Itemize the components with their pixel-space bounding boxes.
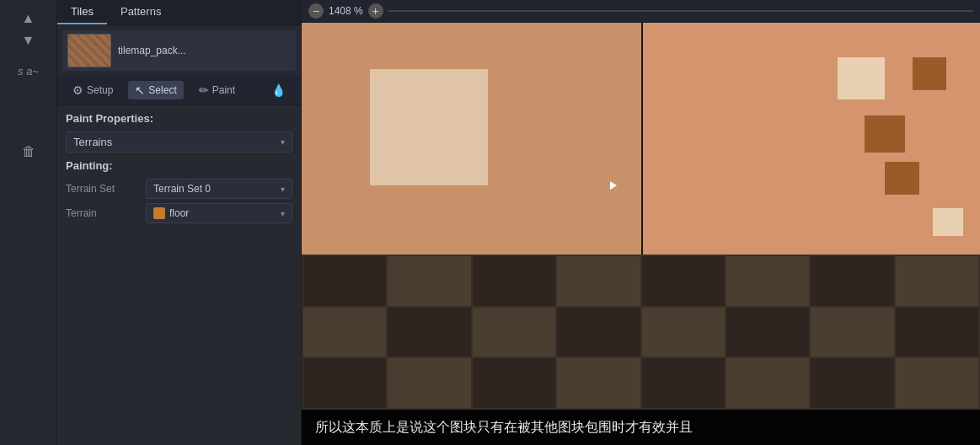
properties-panel: Paint Properties: Terrains ▾ Painting: T…	[57, 105, 301, 445]
tab-patterns[interactable]: Patterns	[107, 0, 174, 24]
arrow-down-icon[interactable]: ▼	[16, 30, 41, 51]
tile-section-right	[641, 23, 981, 255]
bottom-cell	[811, 256, 893, 306]
bottom-cell	[642, 308, 725, 357]
terrain-value-inner: floor	[153, 207, 189, 219]
canvas-viewport[interactable]	[302, 23, 980, 410]
bottom-cell	[557, 308, 640, 357]
bottom-cell	[473, 308, 555, 357]
terrains-label: Terrains	[73, 136, 112, 148]
bottom-cell	[303, 256, 386, 306]
trash-icon[interactable]: 🗑	[16, 142, 41, 162]
tileset-item[interactable]: tilemap_pack...	[62, 30, 296, 71]
bottom-grid	[302, 255, 980, 410]
cursor-icon: ↖	[135, 83, 145, 97]
setup-icon: ⚙	[72, 83, 83, 97]
tile-small-sq1	[838, 57, 885, 99]
setup-button[interactable]: ⚙ Setup	[66, 81, 120, 99]
paint-button[interactable]: ✏ Paint	[192, 81, 242, 99]
bottom-cell	[557, 256, 640, 306]
bottom-cell	[896, 256, 978, 306]
terrain-color-swatch	[153, 207, 165, 219]
paint-label: Paint	[212, 84, 235, 96]
painting-grid: Terrain Set Terrain Set 0 ▾ Terrain floo…	[66, 179, 292, 223]
terrains-dropdown-row: Terrains ▾	[66, 131, 292, 153]
bottom-cell	[642, 256, 725, 306]
painting-title: Painting:	[66, 159, 292, 172]
painting-section: Painting: Terrain Set Terrain Set 0 ▾ Te…	[66, 159, 292, 223]
tile-section-left	[302, 23, 641, 255]
left-sidebar: ▲ ▼ s a~ 🗑	[0, 0, 57, 445]
zoom-value: 1408 %	[329, 5, 363, 17]
bottom-cell	[896, 358, 978, 408]
bottom-cell	[726, 256, 809, 306]
zoom-bar: − 1408 % +	[302, 0, 980, 23]
select-label: Select	[148, 84, 176, 96]
subtitle-text: 所以这本质上是说这个图块只有在被其他图块包围时才有效并且	[315, 419, 693, 437]
tile-small-sq5	[933, 208, 963, 236]
tab-tiles[interactable]: Tiles	[57, 0, 107, 24]
bottom-cell	[388, 256, 470, 306]
bottom-cell	[303, 358, 386, 408]
arrow-up-icon[interactable]: ▲	[16, 8, 41, 29]
paint-icon: ✏	[199, 83, 209, 97]
tile-bottom-area	[302, 255, 980, 410]
bottom-cell	[557, 358, 640, 408]
tilemap-divider	[641, 23, 643, 255]
select-button[interactable]: ↖ Select	[128, 81, 183, 99]
setup-label: Setup	[87, 84, 113, 96]
bottom-cell	[896, 308, 978, 357]
dropper-icon: 💧	[271, 83, 286, 97]
tabs-row: Tiles Patterns	[57, 0, 301, 25]
main-area: ▲ ▼ s a~ 🗑 Tiles Patterns tilemap_pack..…	[0, 0, 980, 445]
bottom-cell	[473, 358, 555, 408]
tile-small-sq4	[885, 162, 918, 195]
terrain-arrow-icon: ▾	[281, 209, 285, 218]
sidebar-arrows: ▲ ▼	[16, 8, 41, 51]
tile-small-sq2	[913, 57, 946, 90]
tileset-panel: Tiles Patterns tilemap_pack... ⚙ Setup ↖…	[57, 0, 302, 445]
terrain-set-value: Terrain Set 0	[153, 183, 211, 195]
terrain-label: Terrain	[66, 207, 142, 219]
zoom-track	[388, 10, 973, 12]
bottom-cell	[811, 308, 893, 357]
canvas-area: − 1408 % +	[302, 0, 980, 445]
bottom-cell	[303, 308, 386, 357]
paint-tools-bar: ⚙ Setup ↖ Select ✏ Paint 💧	[57, 76, 301, 105]
canvas-content	[302, 23, 980, 410]
paint-properties-title: Paint Properties:	[66, 112, 292, 125]
tileset-name: tilemap_pack...	[118, 45, 186, 56]
terrain-value: floor	[169, 207, 189, 219]
bottom-cell	[726, 358, 809, 408]
subtitle-bar: 所以这本质上是说这个图块只有在被其他图块包围时才有效并且	[302, 410, 980, 445]
bottom-cell	[473, 256, 555, 306]
sidebar-label-a: s a~	[16, 61, 41, 81]
tileset-thumbnail	[67, 34, 111, 67]
tileset-list: tilemap_pack...	[57, 25, 301, 76]
tile-small-sq3	[865, 115, 905, 153]
tile-light-square	[370, 69, 489, 185]
zoom-minus-button[interactable]: −	[308, 3, 324, 19]
zoom-plus-button[interactable]: +	[368, 3, 383, 19]
dropdown-arrow-icon: ▾	[281, 137, 285, 147]
terrain-set-arrow-icon: ▾	[281, 185, 285, 194]
terrains-dropdown[interactable]: Terrains ▾	[66, 131, 292, 153]
bottom-cell	[388, 358, 470, 408]
bottom-cell	[388, 308, 470, 357]
bottom-cell	[642, 358, 725, 408]
terrain-set-dropdown[interactable]: Terrain Set 0 ▾	[146, 179, 292, 199]
bottom-cell	[811, 358, 893, 408]
dropper-button[interactable]: 💧	[265, 81, 292, 99]
bottom-cell	[726, 308, 809, 357]
terrain-dropdown[interactable]: floor ▾	[146, 203, 292, 223]
cursor-indicator	[610, 181, 617, 190]
terrain-set-label: Terrain Set	[66, 183, 142, 195]
